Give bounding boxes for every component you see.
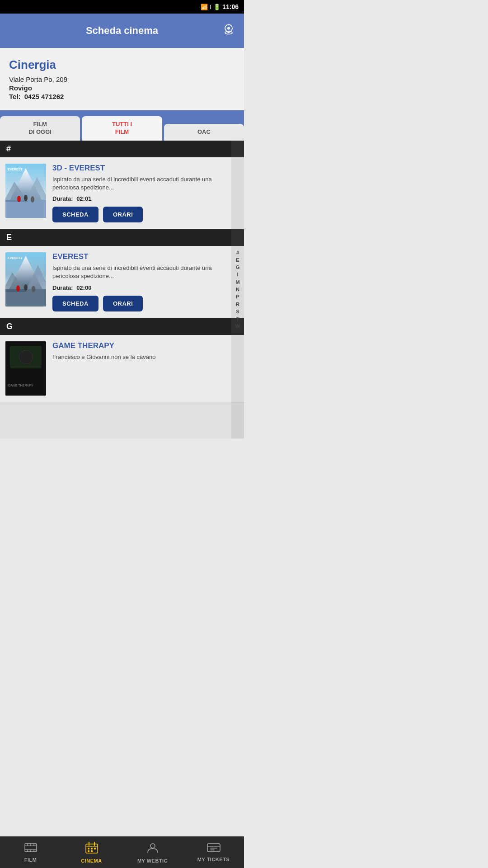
alpha-n[interactable]: N bbox=[236, 286, 239, 292]
tab-film-oggi-line2: DI OGGI bbox=[3, 128, 77, 136]
status-time: 11:06 bbox=[222, 3, 239, 10]
cinema-city: Rovigo bbox=[9, 84, 235, 92]
cinema-name: Cinergia bbox=[9, 58, 235, 72]
movie-card-everest: EVEREST EVEREST Ispirato da una serie di… bbox=[0, 246, 244, 318]
svg-point-8 bbox=[24, 195, 28, 201]
svg-point-16 bbox=[16, 285, 20, 292]
location-icon[interactable] bbox=[222, 23, 235, 39]
movie-list: # bbox=[0, 141, 244, 439]
tab-tutti-line1: TUTTI I bbox=[84, 121, 159, 128]
movie-desc-3d-everest: Ispirato da una serie di incredibili eve… bbox=[52, 175, 239, 192]
tel-label: Tel: bbox=[9, 93, 21, 100]
duration-label-ev: Durata: bbox=[52, 284, 73, 291]
signal-icon: Ⅰ bbox=[210, 4, 211, 10]
svg-rect-15 bbox=[5, 289, 46, 307]
status-icons: 📶 Ⅰ 🔋 11:06 bbox=[201, 3, 239, 10]
svg-point-7 bbox=[17, 196, 21, 202]
alpha-w[interactable]: W bbox=[235, 323, 240, 329]
status-bar: 📶 Ⅰ 🔋 11:06 bbox=[0, 0, 244, 14]
tab-tutti-film[interactable]: TUTTI I FILM bbox=[82, 116, 162, 141]
svg-point-1 bbox=[227, 27, 230, 30]
header: Scheda cinema bbox=[0, 14, 244, 48]
movie-buttons-3d-everest: SCHEDA ORARI bbox=[52, 207, 239, 222]
scheda-button-everest[interactable]: SCHEDA bbox=[52, 296, 99, 311]
alpha-g[interactable]: G bbox=[236, 264, 240, 270]
tab-film-oggi[interactable]: FILM DI OGGI bbox=[0, 116, 80, 141]
wifi-icon: 📶 bbox=[201, 4, 208, 10]
svg-text:EVEREST: EVEREST bbox=[8, 256, 23, 259]
movie-duration-3d-everest: Durata: 02:01 bbox=[52, 195, 239, 202]
movie-card-3d-everest: EVEREST 3D - EVEREST Ispirato da una ser… bbox=[0, 157, 244, 229]
alpha-hash[interactable]: # bbox=[236, 250, 239, 256]
tab-oac-label: OAC bbox=[167, 128, 241, 136]
movie-poster-3d-everest: EVEREST bbox=[5, 164, 46, 218]
tab-film-oggi-line1: FILM bbox=[3, 121, 77, 128]
svg-point-17 bbox=[24, 284, 28, 291]
movie-info-game-therapy: GAME THERAPY Francesco e Giovanni non se… bbox=[52, 341, 239, 365]
duration-value-ev: 02:00 bbox=[76, 284, 91, 291]
tabs-bar: FILM DI OGGI TUTTI I FILM OAC bbox=[0, 112, 244, 141]
section-header-e: E bbox=[0, 229, 244, 246]
movie-buttons-everest: SCHEDA ORARI bbox=[52, 296, 239, 311]
tab-tutti-line2: FILM bbox=[84, 128, 159, 136]
svg-point-18 bbox=[32, 286, 35, 292]
movie-duration-everest: Durata: 02:00 bbox=[52, 284, 239, 291]
movie-info-3d-everest: 3D - EVEREST Ispirato da una serie di in… bbox=[52, 164, 239, 222]
movie-card-game-therapy: GAME THERAPY GAME THERAPY Francesco e Gi… bbox=[0, 335, 244, 402]
svg-point-9 bbox=[31, 196, 34, 203]
alpha-t[interactable]: T bbox=[236, 316, 239, 322]
alpha-r[interactable]: R bbox=[236, 301, 239, 307]
movie-title-3d-everest: 3D - EVEREST bbox=[52, 164, 239, 173]
alphabet-index: # E G I M N P R S T W bbox=[231, 141, 244, 439]
tel-number: 0425 471262 bbox=[24, 93, 64, 100]
tab-oac[interactable]: OAC bbox=[164, 124, 244, 141]
orari-button-everest[interactable]: ORARI bbox=[103, 296, 143, 311]
cinema-tel: Tel: 0425 471262 bbox=[9, 93, 235, 100]
cinema-info: Cinergia Viale Porta Po, 209 Rovigo Tel:… bbox=[0, 48, 244, 112]
svg-point-22 bbox=[19, 350, 33, 364]
duration-value-3d: 02:01 bbox=[76, 195, 91, 202]
alpha-s[interactable]: S bbox=[236, 308, 239, 315]
movie-info-everest: EVEREST Ispirato da una serie di incredi… bbox=[52, 252, 239, 311]
svg-rect-6 bbox=[5, 200, 46, 218]
page-title: Scheda cinema bbox=[86, 25, 158, 37]
alpha-m[interactable]: M bbox=[235, 279, 239, 285]
section-header-g: G bbox=[0, 318, 244, 335]
cinema-address: Viale Porta Po, 209 bbox=[9, 75, 235, 83]
orari-button-3d-everest[interactable]: ORARI bbox=[103, 207, 143, 222]
section-header-hash: # bbox=[0, 141, 244, 157]
movie-title-game-therapy: GAME THERAPY bbox=[52, 341, 239, 350]
movie-poster-everest: EVEREST bbox=[5, 252, 46, 307]
movie-title-everest: EVEREST bbox=[52, 252, 239, 261]
svg-text:EVEREST: EVEREST bbox=[8, 168, 23, 171]
svg-text:GAME THERAPY: GAME THERAPY bbox=[8, 384, 33, 387]
movie-poster-game-therapy: GAME THERAPY bbox=[5, 341, 46, 396]
scheda-button-3d-everest[interactable]: SCHEDA bbox=[52, 207, 99, 222]
duration-label-3d: Durata: bbox=[52, 195, 73, 202]
alpha-i[interactable]: I bbox=[237, 271, 238, 278]
content-area: # bbox=[0, 141, 244, 439]
battery-icon: 🔋 bbox=[213, 4, 221, 10]
alpha-e[interactable]: E bbox=[236, 257, 239, 263]
movie-desc-game-therapy: Francesco e Giovanni non se la cavano bbox=[52, 353, 239, 361]
alpha-p[interactable]: P bbox=[236, 293, 239, 300]
movie-desc-everest: Ispirato da una serie di incredibili eve… bbox=[52, 264, 239, 280]
